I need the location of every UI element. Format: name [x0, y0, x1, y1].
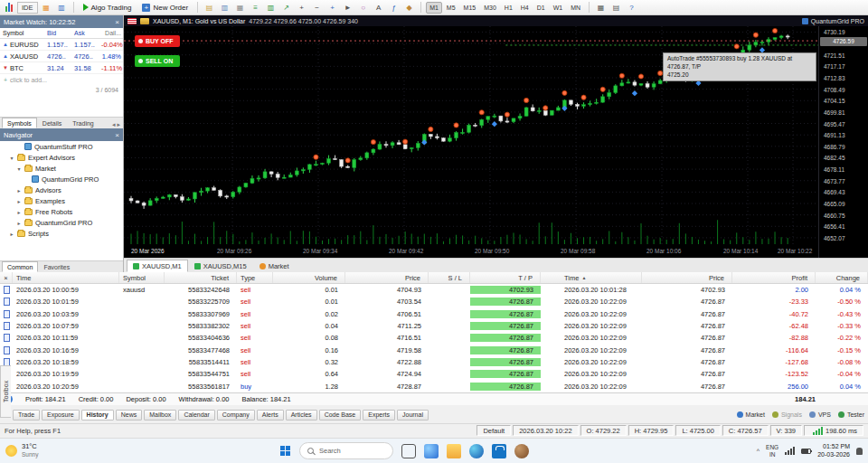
tab-symbols[interactable]: Symbols: [2, 118, 37, 128]
search-input[interactable]: Search: [299, 442, 393, 459]
timeframe-h4[interactable]: H4: [517, 2, 533, 14]
timeframe-d1[interactable]: D1: [533, 2, 549, 14]
toolbox-tab-history[interactable]: History: [81, 410, 114, 420]
toolbox-tab-code-base[interactable]: Code Base: [319, 410, 362, 420]
app-icon[interactable]: [514, 444, 529, 458]
weather-widget[interactable]: 31°C Sunny: [5, 443, 38, 458]
tab-trading[interactable]: Trading: [67, 118, 99, 128]
col-symbol[interactable]: Symbol: [0, 30, 47, 36]
close-navigator-icon[interactable]: ×: [115, 131, 119, 139]
tab-details[interactable]: Details: [37, 118, 67, 128]
tile-windows-icon[interactable]: ▤: [609, 2, 623, 14]
history-col-sl[interactable]: S / L: [429, 272, 470, 283]
market-button[interactable]: Market: [737, 411, 765, 418]
market-watch-row[interactable]: ▼BTC31.2431.58-1.11%: [0, 62, 123, 74]
tray-chevron-icon[interactable]: ^: [757, 448, 760, 454]
timeframe-m30[interactable]: M30: [480, 2, 500, 14]
navigator-item[interactable]: ▾Expert Advisors: [0, 152, 123, 163]
history-col-change[interactable]: Change: [816, 272, 868, 283]
vps-button[interactable]: VPS: [809, 411, 831, 418]
collapse-icon[interactable]: ▾: [16, 165, 22, 172]
algo-trading-button[interactable]: Algo Trading: [79, 1, 137, 14]
time-axis[interactable]: 20 Mar 202620 Mar 09:2620 Mar 09:3420 Ma…: [124, 245, 818, 258]
buy-off-button[interactable]: BUY OFF: [135, 35, 180, 47]
navigator-item[interactable]: ▸Examples: [0, 195, 123, 206]
fullscreen-icon[interactable]: ▦: [233, 2, 247, 14]
notifications-icon[interactable]: [856, 448, 863, 455]
history-row[interactable]: 2026.03.20 10:07:5955833382302sell0.0447…: [0, 320, 868, 332]
tab-scroll-arrows[interactable]: ◂ ▸: [112, 121, 123, 128]
signals-button[interactable]: Signals: [772, 411, 802, 418]
navigator-item[interactable]: ▸Scripts: [0, 228, 123, 239]
navigator-item[interactable]: ▸Free Robots: [0, 206, 123, 217]
navigator-item[interactable]: QuantumGrid PRO: [0, 174, 123, 184]
profiles-icon[interactable]: ▥: [218, 2, 231, 14]
tab-favorites[interactable]: Favorites: [38, 261, 75, 272]
history-col-symbol[interactable]: Symbol: [119, 272, 165, 283]
help-icon[interactable]: ?: [625, 2, 638, 14]
wifi-icon[interactable]: [785, 447, 795, 455]
file-explorer-icon[interactable]: [447, 444, 461, 458]
history-row[interactable]: 2026.03.20 10:20:5955833561817buy1.28472…: [0, 380, 868, 392]
start-button[interactable]: [280, 446, 291, 457]
history-row[interactable]: 2026.03.20 10:01:5955833225709sell0.0147…: [0, 296, 868, 307]
history-col-price[interactable]: Price: [345, 272, 429, 283]
timeframe-mn[interactable]: MN: [567, 2, 584, 14]
text-icon[interactable]: A: [372, 2, 385, 14]
toolbox-tab-articles[interactable]: Articles: [286, 410, 317, 420]
history-col-tp[interactable]: T / P: [470, 272, 541, 283]
close-market-watch-icon[interactable]: ×: [115, 18, 119, 26]
bar-chart-icon[interactable]: ▥: [264, 2, 278, 14]
objects-icon[interactable]: ◆: [402, 2, 416, 14]
timeframe-m5[interactable]: M5: [443, 2, 459, 14]
timeframe-m1[interactable]: M1: [426, 2, 442, 14]
open-folder-icon[interactable]: ▤: [203, 2, 216, 14]
toolbox-tab-trade[interactable]: Trade: [13, 410, 40, 420]
add-symbol-row[interactable]: +click to add...: [0, 74, 123, 85]
cursor-icon[interactable]: ►: [341, 2, 354, 14]
language-switcher[interactable]: ENGIN: [766, 444, 778, 457]
layers-icon[interactable]: ▦: [40, 2, 53, 14]
history-row[interactable]: 2026.03.20 10:00:59xauusd55833242648sell…: [0, 284, 868, 296]
history-row[interactable]: 2026.03.20 10:16:5955833477468sell0.1647…: [0, 344, 868, 355]
windows-icon[interactable]: ▦: [594, 2, 608, 14]
chart-plot[interactable]: BUY OFF SELL ON AutoTrade #55553730893 b…: [124, 26, 818, 245]
col-daily[interactable]: Dail...: [101, 30, 123, 36]
toolbox-tab-news[interactable]: News: [116, 410, 143, 420]
sell-on-button[interactable]: SELL ON: [135, 55, 180, 67]
connection-status[interactable]: 198.60 ms: [804, 425, 863, 436]
toolbox-tab-journal[interactable]: Journal: [397, 410, 429, 420]
chart-tab-xauusd-m1[interactable]: XAUUSD,M1: [127, 260, 188, 272]
toolbox-tab-exposure[interactable]: Exposure: [42, 410, 80, 420]
copilot-icon[interactable]: [424, 444, 439, 458]
candlestick-icon[interactable]: ≡: [249, 2, 262, 14]
history-col-time[interactable]: Time: [13, 272, 119, 283]
market-watch-row[interactable]: ▲EURUSD1.157..1.157..-0.04%: [0, 39, 123, 51]
navigator-item[interactable]: ▸Advisors: [0, 184, 123, 195]
expand-icon[interactable]: ▸: [16, 187, 22, 194]
expand-icon[interactable]: ▸: [9, 231, 14, 237]
history-row[interactable]: 2026.03.20 10:11:5955833404636sell0.0847…: [0, 332, 868, 344]
line-chart-icon[interactable]: ↗: [279, 2, 293, 14]
tester-button[interactable]: Tester: [838, 411, 864, 418]
crosshair-icon[interactable]: +: [326, 2, 339, 14]
timeframe-h1[interactable]: H1: [501, 2, 516, 14]
history-col-time[interactable]: Time▲: [541, 272, 642, 283]
task-view-icon[interactable]: [401, 444, 416, 458]
toolbox-vertical-tab[interactable]: Toolbox: [0, 365, 11, 418]
history-col-profit[interactable]: Profit: [732, 272, 816, 283]
chart-tab-market[interactable]: Market: [253, 260, 296, 272]
navigator-item[interactable]: ▸QuantumGrid PRO: [0, 217, 123, 228]
toolbox-tab-calendar[interactable]: Calendar: [178, 410, 214, 420]
edge-icon[interactable]: [469, 444, 484, 458]
toolbox-tab-mailbox[interactable]: Mailbox: [144, 410, 176, 420]
ea-attached-tag[interactable]: QuantumGrid PRO: [802, 18, 864, 24]
expand-icon[interactable]: ▸: [16, 209, 22, 215]
history-col-ticket[interactable]: Ticket: [165, 272, 237, 283]
history-row[interactable]: 2026.03.20 10:18:5955833514411sell0.3247…: [0, 356, 868, 368]
collapse-icon[interactable]: ▾: [9, 155, 14, 161]
toolbox-tab-company[interactable]: Company: [217, 410, 255, 420]
history-row[interactable]: 2026.03.20 10:03:5955833307969sell0.0247…: [0, 308, 868, 320]
zoom-out-icon[interactable]: −: [310, 2, 324, 14]
history-col-type[interactable]: Type: [237, 272, 273, 283]
